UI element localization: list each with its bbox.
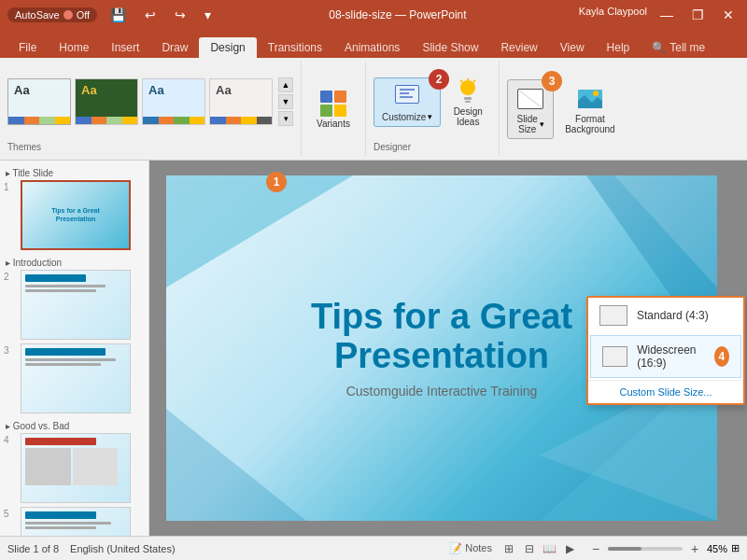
redo-button[interactable]: ↪ [169, 6, 191, 24]
tab-animations[interactable]: Animations [333, 37, 411, 58]
tab-slideshow[interactable]: Slide Show [411, 37, 489, 58]
slide-size-label: Slide Size [517, 114, 538, 134]
zoom-slider[interactable] [608, 547, 683, 551]
customize-label: Customize [382, 112, 426, 122]
status-left: Slide 1 of 8 English (United States) [7, 543, 176, 554]
variants-icon [318, 89, 348, 119]
svg-rect-5 [396, 86, 418, 103]
tab-design[interactable]: Design [199, 37, 256, 58]
slide-item-2[interactable]: 2 [4, 270, 145, 340]
tab-draw[interactable]: Draw [150, 37, 199, 58]
slideshow-btn[interactable]: ▶ [561, 539, 580, 558]
theme-scroll-more[interactable]: ▾ [278, 111, 293, 126]
standard-label: Standard (4:3) [637, 309, 709, 322]
slide-num-3: 3 [4, 343, 17, 356]
slide-num-4: 4 [4, 433, 17, 445]
step-badge-2: 2 [429, 69, 449, 90]
variants-group: Variants [302, 62, 366, 156]
slides-panel[interactable]: ▸ Title Slide 1 Tips for a GreatPresenta… [0, 161, 149, 536]
tab-help[interactable]: Help [596, 37, 641, 58]
canvas-area: Tips for a Great Presentation Customguid… [149, 161, 747, 536]
theme-scroll-down[interactable]: ▼ [278, 94, 293, 109]
tab-home[interactable]: Home [48, 37, 100, 58]
svg-rect-0 [320, 91, 332, 103]
tab-search[interactable]: 🔍 Tell me [641, 37, 716, 58]
widescreen-thumb [602, 346, 627, 367]
slide-thumb-4[interactable] [21, 433, 131, 503]
tab-insert[interactable]: Insert [100, 37, 150, 58]
theme-3[interactable]: Aa [142, 78, 205, 125]
format-background-button[interactable]: Format Background [557, 80, 622, 138]
title-bar: AutoSave Off 💾 ↩ ↪ ▾ 08-slide-size — Pow… [0, 0, 747, 30]
status-bar: Slide 1 of 8 English (United States) 📝 N… [0, 536, 747, 560]
title-bar-left: AutoSave Off 💾 ↩ ↪ ▾ [7, 6, 217, 24]
variants-label: Variants [317, 119, 350, 129]
design-ideas-button[interactable]: Design Ideas [444, 73, 491, 131]
tab-view[interactable]: View [549, 37, 596, 58]
customize-qat-button[interactable]: ▾ [199, 6, 217, 24]
designer-label: Designer [374, 138, 491, 152]
minimize-button[interactable]: — [655, 6, 679, 24]
slide-info: Slide 1 of 8 [7, 543, 59, 554]
close-button[interactable]: ✕ [717, 6, 740, 24]
dropdown-standard[interactable]: Standard (4:3) [588, 298, 743, 333]
slide-thumb-3[interactable] [21, 343, 131, 413]
standard-thumb [599, 305, 627, 326]
design-ideas-label: Design Ideas [454, 106, 483, 127]
slide-subtitle: Customguide Interactive Training [311, 384, 572, 399]
undo-button[interactable]: ↩ [139, 6, 162, 24]
autosave-label: AutoSave [15, 9, 60, 21]
step-badge-3: 3 [542, 71, 562, 91]
customize-button[interactable]: Customize ▾ 2 [374, 77, 441, 127]
title-bar-right: Kayla Claypool — ❐ ✕ [579, 6, 740, 24]
slide-item-4[interactable]: 4 [4, 433, 145, 503]
language-info: English (United States) [70, 543, 176, 554]
main-area: ▸ Title Slide 1 Tips for a GreatPresenta… [0, 161, 747, 536]
normal-view-btn[interactable]: ⊞ [500, 539, 518, 558]
slide-thumb-2[interactable] [21, 270, 131, 340]
svg-rect-7 [464, 97, 472, 100]
zoom-in-btn[interactable]: + [686, 540, 703, 557]
tab-review[interactable]: Review [489, 37, 548, 58]
slide-size-icon [515, 84, 545, 114]
autosave-state: Off [77, 9, 90, 21]
dropdown-custom-link[interactable]: Custom Slide Size... [588, 380, 743, 403]
notes-button[interactable]: 📝 Notes [449, 542, 492, 554]
svg-rect-2 [320, 105, 332, 117]
zoom-percent: 45% [707, 543, 727, 554]
slide-item-5[interactable]: 5 [4, 507, 145, 536]
slide-thumb-1[interactable]: Tips for a GreatPresentation [21, 180, 131, 250]
slide-num-5: 5 [4, 507, 17, 519]
zoom-controls: − + 45% ⊞ [587, 540, 740, 557]
slide-main-title: Tips for a Great Presentation [311, 298, 572, 376]
view-buttons: ⊞ ⊟ 📖 ▶ [500, 539, 580, 558]
title-bar-filename: 08-slide-size — PowerPoint [329, 8, 466, 21]
svg-rect-8 [465, 101, 471, 103]
theme-scroll-up[interactable]: ▲ [278, 77, 293, 92]
user-name: Kayla Claypool [579, 6, 647, 24]
tab-transitions[interactable]: Transitions [257, 37, 333, 58]
slide-size-dropdown[interactable]: Standard (4:3) Widescreen (16:9) 4 Custo… [586, 296, 745, 405]
zoom-out-btn[interactable]: − [587, 540, 604, 557]
format-bg-icon [575, 84, 605, 114]
tab-file[interactable]: File [7, 37, 48, 58]
variants-button[interactable]: Variants [309, 85, 358, 133]
autosave-dot [63, 10, 73, 20]
slide-item-3[interactable]: 3 [4, 343, 145, 413]
reading-view-btn[interactable]: 📖 [541, 539, 559, 558]
svg-point-16 [593, 91, 599, 96]
dropdown-widescreen[interactable]: Widescreen (16:9) 4 [590, 335, 741, 378]
fit-slide-btn[interactable]: ⊞ [731, 542, 740, 554]
slide-sorter-btn[interactable]: ⊟ [520, 539, 539, 558]
ribbon-tabs: File Home Insert Draw Design Transitions… [0, 30, 747, 58]
slide-size-button[interactable]: Slide Size ▾ 3 [507, 79, 554, 139]
theme-default[interactable]: Aa [7, 78, 71, 125]
theme-green[interactable]: Aa [75, 78, 138, 125]
maximize-button[interactable]: ❐ [686, 6, 710, 24]
slide-thumb-5[interactable] [21, 507, 131, 536]
theme-4[interactable]: Aa [209, 78, 273, 125]
status-right: 📝 Notes ⊞ ⊟ 📖 ▶ − + 45% ⊞ [449, 539, 740, 558]
save-button[interactable]: 💾 [105, 6, 132, 24]
autosave-toggle[interactable]: AutoSave Off [7, 7, 97, 22]
slide-item-1[interactable]: 1 Tips for a GreatPresentation [4, 180, 145, 250]
